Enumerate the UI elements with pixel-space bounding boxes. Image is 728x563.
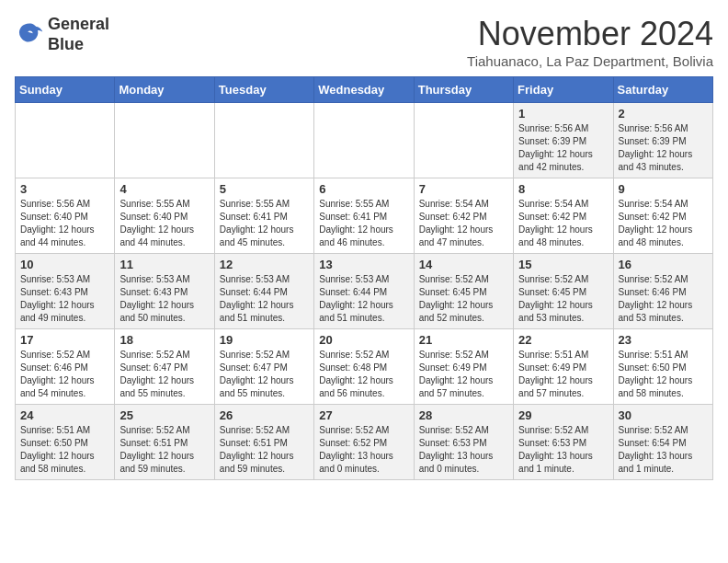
day-number: 10 (20, 258, 109, 271)
day-info: Sunrise: 5:53 AMSunset: 6:43 PMDaylight:… (20, 273, 109, 325)
calendar-cell (214, 103, 313, 178)
header-friday: Friday (514, 77, 613, 103)
day-info: Sunrise: 5:52 AMSunset: 6:47 PMDaylight:… (220, 349, 309, 400)
day-info: Sunrise: 5:52 AMSunset: 6:53 PMDaylight:… (419, 424, 508, 476)
day-info: Sunrise: 5:52 AMSunset: 6:45 PMDaylight:… (518, 273, 608, 325)
day-number: 4 (119, 182, 209, 196)
month-title: November 2024 (467, 15, 713, 53)
day-info: Sunrise: 5:55 AMSunset: 6:41 PMDaylight:… (220, 198, 309, 249)
day-info: Sunrise: 5:52 AMSunset: 6:45 PMDaylight:… (419, 273, 508, 325)
header-sunday: Sunday (16, 77, 115, 103)
day-number: 27 (319, 408, 408, 422)
calendar-cell (414, 103, 513, 178)
day-info: Sunrise: 5:53 AMSunset: 6:44 PMDaylight:… (319, 273, 408, 325)
calendar-header-row: SundayMondayTuesdayWednesdayThursdayFrid… (16, 77, 713, 103)
title-block: November 2024 Tiahuanaco, La Paz Departm… (467, 15, 713, 69)
day-number: 22 (518, 333, 608, 347)
calendar-cell: 24Sunrise: 5:51 AMSunset: 6:50 PMDayligh… (16, 405, 115, 480)
calendar-cell: 29Sunrise: 5:52 AMSunset: 6:53 PMDayligh… (514, 405, 613, 480)
calendar-cell: 1Sunrise: 5:56 AMSunset: 6:39 PMDaylight… (514, 103, 613, 178)
calendar-cell: 5Sunrise: 5:55 AMSunset: 6:41 PMDaylight… (214, 178, 313, 254)
calendar-cell (16, 103, 115, 178)
day-number: 16 (619, 258, 708, 271)
day-info: Sunrise: 5:52 AMSunset: 6:49 PMDaylight:… (419, 349, 508, 400)
calendar-cell: 16Sunrise: 5:52 AMSunset: 6:46 PMDayligh… (613, 254, 712, 329)
logo: General Blue (15, 15, 109, 54)
day-number: 6 (319, 182, 408, 196)
calendar-cell: 7Sunrise: 5:54 AMSunset: 6:42 PMDaylight… (414, 178, 513, 254)
week-row-3: 10Sunrise: 5:53 AMSunset: 6:43 PMDayligh… (16, 254, 713, 329)
calendar-cell: 14Sunrise: 5:52 AMSunset: 6:45 PMDayligh… (414, 254, 513, 329)
header-tuesday: Tuesday (214, 77, 313, 103)
day-number: 28 (419, 408, 508, 422)
day-number: 15 (518, 258, 608, 271)
calendar-cell: 4Sunrise: 5:55 AMSunset: 6:40 PMDaylight… (115, 178, 214, 254)
day-number: 13 (319, 258, 408, 271)
calendar-cell: 10Sunrise: 5:53 AMSunset: 6:43 PMDayligh… (16, 254, 115, 329)
day-info: Sunrise: 5:52 AMSunset: 6:51 PMDaylight:… (119, 424, 209, 476)
day-info: Sunrise: 5:54 AMSunset: 6:42 PMDaylight:… (419, 198, 508, 249)
day-number: 23 (619, 333, 708, 347)
day-info: Sunrise: 5:54 AMSunset: 6:42 PMDaylight:… (518, 198, 608, 249)
day-info: Sunrise: 5:52 AMSunset: 6:54 PMDaylight:… (619, 424, 708, 476)
calendar-cell (115, 103, 214, 178)
calendar-cell: 19Sunrise: 5:52 AMSunset: 6:47 PMDayligh… (214, 329, 313, 405)
day-info: Sunrise: 5:52 AMSunset: 6:51 PMDaylight:… (220, 424, 309, 476)
day-number: 20 (319, 333, 408, 347)
calendar-cell: 26Sunrise: 5:52 AMSunset: 6:51 PMDayligh… (214, 405, 313, 480)
day-number: 19 (220, 333, 309, 347)
calendar-cell: 30Sunrise: 5:52 AMSunset: 6:54 PMDayligh… (613, 405, 712, 480)
header-saturday: Saturday (613, 77, 712, 103)
day-number: 12 (220, 258, 309, 271)
day-number: 30 (619, 408, 708, 422)
day-info: Sunrise: 5:52 AMSunset: 6:48 PMDaylight:… (319, 349, 408, 400)
header-monday: Monday (115, 77, 214, 103)
day-info: Sunrise: 5:53 AMSunset: 6:43 PMDaylight:… (119, 273, 209, 325)
week-row-1: 1Sunrise: 5:56 AMSunset: 6:39 PMDaylight… (16, 103, 713, 178)
day-number: 25 (119, 408, 209, 422)
calendar-cell: 9Sunrise: 5:54 AMSunset: 6:42 PMDaylight… (613, 178, 712, 254)
header-wednesday: Wednesday (314, 77, 414, 103)
day-number: 18 (119, 333, 209, 347)
day-info: Sunrise: 5:52 AMSunset: 6:47 PMDaylight:… (119, 349, 209, 400)
day-number: 9 (619, 182, 708, 196)
day-number: 2 (619, 107, 708, 121)
day-info: Sunrise: 5:56 AMSunset: 6:39 PMDaylight:… (619, 122, 708, 174)
calendar-cell: 12Sunrise: 5:53 AMSunset: 6:44 PMDayligh… (214, 254, 313, 329)
calendar-cell: 27Sunrise: 5:52 AMSunset: 6:52 PMDayligh… (314, 405, 414, 480)
day-number: 1 (518, 107, 608, 121)
day-info: Sunrise: 5:56 AMSunset: 6:39 PMDaylight:… (518, 122, 608, 174)
calendar-cell: 25Sunrise: 5:52 AMSunset: 6:51 PMDayligh… (115, 405, 214, 480)
day-number: 17 (20, 333, 109, 347)
calendar-cell: 21Sunrise: 5:52 AMSunset: 6:49 PMDayligh… (414, 329, 513, 405)
day-info: Sunrise: 5:52 AMSunset: 6:46 PMDaylight:… (20, 349, 109, 400)
day-info: Sunrise: 5:52 AMSunset: 6:46 PMDaylight:… (619, 273, 708, 325)
day-number: 14 (419, 258, 508, 271)
calendar-cell: 13Sunrise: 5:53 AMSunset: 6:44 PMDayligh… (314, 254, 414, 329)
day-info: Sunrise: 5:51 AMSunset: 6:50 PMDaylight:… (619, 349, 708, 400)
day-info: Sunrise: 5:55 AMSunset: 6:40 PMDaylight:… (119, 198, 209, 249)
calendar-cell: 2Sunrise: 5:56 AMSunset: 6:39 PMDaylight… (613, 103, 712, 178)
day-number: 11 (119, 258, 209, 271)
calendar-cell: 23Sunrise: 5:51 AMSunset: 6:50 PMDayligh… (613, 329, 712, 405)
location-subtitle: Tiahuanaco, La Paz Department, Bolivia (467, 53, 713, 69)
calendar-cell: 6Sunrise: 5:55 AMSunset: 6:41 PMDaylight… (314, 178, 414, 254)
day-number: 5 (220, 182, 309, 196)
calendar-cell (314, 103, 414, 178)
page-header: General Blue November 2024 Tiahuanaco, L… (15, 15, 713, 69)
day-number: 7 (419, 182, 508, 196)
calendar-table: SundayMondayTuesdayWednesdayThursdayFrid… (15, 76, 713, 480)
day-info: Sunrise: 5:52 AMSunset: 6:52 PMDaylight:… (319, 424, 408, 476)
calendar-cell: 8Sunrise: 5:54 AMSunset: 6:42 PMDaylight… (514, 178, 613, 254)
day-info: Sunrise: 5:53 AMSunset: 6:44 PMDaylight:… (220, 273, 309, 325)
day-info: Sunrise: 5:56 AMSunset: 6:40 PMDaylight:… (20, 198, 109, 249)
day-info: Sunrise: 5:51 AMSunset: 6:49 PMDaylight:… (518, 349, 608, 400)
calendar-cell: 18Sunrise: 5:52 AMSunset: 6:47 PMDayligh… (115, 329, 214, 405)
day-number: 21 (419, 333, 508, 347)
calendar-cell: 3Sunrise: 5:56 AMSunset: 6:40 PMDaylight… (16, 178, 115, 254)
week-row-2: 3Sunrise: 5:56 AMSunset: 6:40 PMDaylight… (16, 178, 713, 254)
week-row-5: 24Sunrise: 5:51 AMSunset: 6:50 PMDayligh… (16, 405, 713, 480)
calendar-cell: 15Sunrise: 5:52 AMSunset: 6:45 PMDayligh… (514, 254, 613, 329)
day-number: 26 (220, 408, 309, 422)
calendar-cell: 20Sunrise: 5:52 AMSunset: 6:48 PMDayligh… (314, 329, 414, 405)
